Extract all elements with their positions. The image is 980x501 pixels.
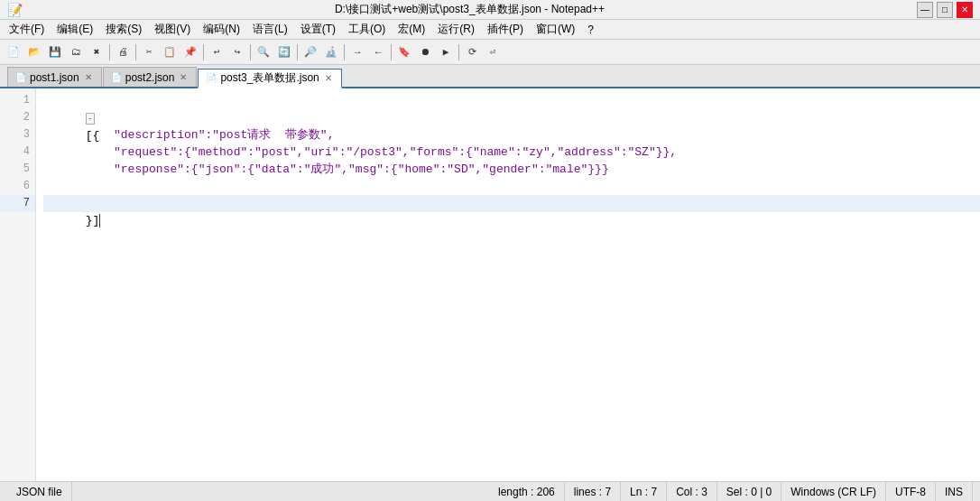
menu-edit[interactable]: 编辑(E) — [51, 20, 98, 39]
status-file-type: JSON file — [7, 482, 72, 501]
save-all-btn[interactable]: 🗂 — [66, 42, 86, 62]
tab-close-post3[interactable]: ✕ — [323, 72, 334, 84]
status-sel: Sel : 0 | 0 — [717, 482, 781, 501]
wrap-btn[interactable]: ⏎ — [483, 42, 503, 62]
sep8 — [458, 44, 459, 60]
sep7 — [391, 44, 392, 60]
tab-bar: 📄 post1.json ✕ 📄 post2.json ✕ 📄 post3_表单… — [0, 65, 980, 88]
menu-macro[interactable]: 宏(M) — [393, 20, 430, 39]
code-line-1: - [{ — [43, 92, 980, 109]
menu-view[interactable]: 视图(V) — [149, 20, 196, 39]
tab-post2[interactable]: 📄 post2.json ✕ — [103, 67, 198, 87]
zoom-out-btn[interactable]: 🔬 — [321, 42, 341, 62]
status-bar: JSON file length : 206 lines : 7 Ln : 7 … — [0, 481, 980, 501]
copy-btn[interactable]: 📋 — [160, 42, 180, 62]
sep6 — [344, 44, 345, 60]
line-numbers: 1 2 3 4 5 6 7 — [0, 88, 36, 481]
line-num-4: 4 — [0, 144, 35, 161]
save-btn[interactable]: 💾 — [45, 42, 65, 62]
replace-btn[interactable]: 🔄 — [274, 42, 294, 62]
redo-btn[interactable]: ↪ — [227, 42, 247, 62]
menu-settings[interactable]: 设置(T) — [295, 20, 341, 39]
code-line-2: "description":"post请求 带参数", — [43, 109, 980, 126]
menu-plugins[interactable]: 插件(P) — [482, 20, 529, 39]
code-line-6 — [43, 178, 980, 195]
toolbar: 📄 📂 💾 🗂 ✖ 🖨 ✂ 📋 📌 ↩ ↪ 🔍 🔄 🔎 🔬 → ← 🔖 ⏺ ▶ … — [0, 40, 980, 65]
line-num-2: 2 — [0, 109, 35, 126]
menu-file[interactable]: 文件(F) — [4, 20, 50, 39]
status-ln: Ln : 7 — [621, 482, 667, 501]
sep4 — [250, 44, 251, 60]
tab-close-post2[interactable]: ✕ — [178, 71, 189, 83]
sep2 — [135, 44, 136, 60]
status-lines: lines : 7 — [565, 482, 621, 501]
cut-btn[interactable]: ✂ — [139, 42, 159, 62]
editor-container: 1 2 3 4 5 6 7 - [{ "description":"post请求… — [0, 88, 980, 481]
line-num-6: 6 — [0, 178, 35, 195]
line-num-5: 5 — [0, 161, 35, 178]
status-col: Col : 3 — [667, 482, 717, 501]
print-btn[interactable]: 🖨 — [113, 42, 133, 62]
menu-bar: 文件(F) 编辑(E) 搜索(S) 视图(V) 编码(N) 语言(L) 设置(T… — [0, 20, 980, 40]
tab-label-post3: post3_表单数据.json — [220, 70, 319, 86]
line-num-1: 1 — [0, 92, 35, 109]
sep5 — [297, 44, 298, 60]
open-btn[interactable]: 📂 — [24, 42, 44, 62]
paste-btn[interactable]: 📌 — [180, 42, 200, 62]
tab-close-post1[interactable]: ✕ — [83, 71, 94, 83]
minimize-button[interactable]: — — [917, 2, 933, 18]
menu-tools[interactable]: 工具(O) — [343, 20, 391, 39]
bookmarks-btn[interactable]: 🔖 — [394, 42, 414, 62]
maximize-button[interactable]: □ — [937, 2, 953, 18]
macro-btn[interactable]: ⏺ — [415, 42, 435, 62]
sep1 — [109, 44, 110, 60]
close-btn[interactable]: ✖ — [87, 42, 106, 62]
macro-play-btn[interactable]: ▶ — [436, 42, 456, 62]
window-title: D:\接口测试+web测试\post3_表单数据.json - Notepad+… — [23, 2, 917, 17]
status-encoding: Windows (CR LF) — [781, 482, 886, 501]
tab-icon-post1: 📄 — [15, 72, 26, 82]
sep3 — [203, 44, 204, 60]
code-area[interactable]: - [{ "description":"post请求 带参数", "reques… — [36, 88, 980, 481]
tab-icon-post3: 📄 — [206, 73, 217, 83]
line-num-3: 3 — [0, 126, 35, 144]
menu-language[interactable]: 语言(L) — [247, 20, 293, 39]
code-line-7: }] — [43, 195, 980, 212]
menu-encode[interactable]: 编码(N) — [198, 20, 245, 39]
new-btn[interactable]: 📄 — [4, 42, 23, 62]
status-ins: INS — [936, 482, 973, 501]
find-btn[interactable]: 🔍 — [254, 42, 273, 62]
close-button[interactable]: ✕ — [957, 2, 973, 18]
line-num-7: 7 — [0, 195, 35, 212]
menu-search[interactable]: 搜索(S) — [100, 20, 147, 39]
tab-label-post2: post2.json — [125, 71, 175, 84]
collapse-icon-1[interactable]: - — [86, 113, 95, 125]
unindent-btn[interactable]: ← — [368, 42, 388, 62]
undo-btn[interactable]: ↩ — [207, 42, 227, 62]
menu-help[interactable]: ? — [582, 22, 599, 38]
tab-post3[interactable]: 📄 post3_表单数据.json ✕ — [198, 69, 341, 88]
sync-btn[interactable]: ⟳ — [462, 42, 482, 62]
tab-post1[interactable]: 📄 post1.json ✕ — [7, 67, 102, 87]
tab-label-post1: post1.json — [30, 71, 79, 84]
menu-window[interactable]: 窗口(W) — [531, 20, 580, 39]
status-length: length : 206 — [489, 482, 565, 501]
menu-run[interactable]: 运行(R) — [432, 20, 480, 39]
tab-icon-post2: 📄 — [111, 72, 122, 82]
indent-btn[interactable]: → — [347, 42, 367, 62]
status-charset: UTF-8 — [886, 482, 936, 501]
zoom-in-btn[interactable]: 🔎 — [300, 42, 320, 62]
title-bar: 📝 D:\接口测试+web测试\post3_表单数据.json - Notepa… — [0, 0, 980, 20]
